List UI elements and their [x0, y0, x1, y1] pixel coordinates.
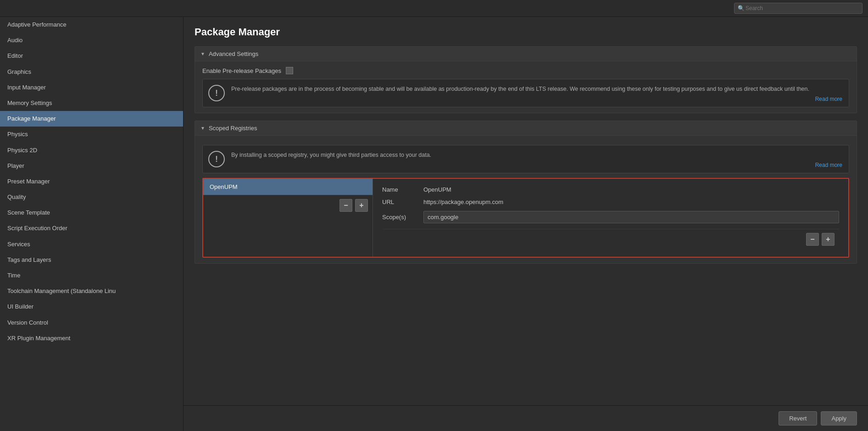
registry-list: OpenUPM − + — [203, 179, 373, 257]
prerelease-info-box: ! Pre-release packages are in the proces… — [202, 79, 849, 107]
sidebar-item-physics-2d[interactable]: Physics 2D — [0, 143, 183, 158]
sidebar-item-editor[interactable]: Editor — [0, 48, 183, 64]
search-icon: 🔍 — [738, 5, 745, 11]
registry-list-item-openupm[interactable]: OpenUPM — [203, 179, 373, 195]
registry-url-row: URL https://package.openupm.com — [382, 199, 839, 205]
prerelease-read-more-link[interactable]: Read more — [815, 96, 842, 102]
scoped-info-icon: ! — [208, 151, 225, 167]
apply-button[interactable]: Apply — [821, 411, 857, 425]
sidebar-item-adaptive-performance[interactable]: Adaptive Performance — [0, 17, 183, 33]
action-bar: Revert Apply — [184, 405, 868, 431]
sidebar: Adaptive PerformanceAudioEditorGraphicsI… — [0, 17, 184, 431]
advanced-settings-header[interactable]: ▼ Advanced Settings — [195, 47, 857, 61]
scoped-registries-title: Scoped Registries — [209, 125, 257, 132]
sidebar-item-scene-template[interactable]: Scene Template — [0, 205, 183, 221]
main-layout: Adaptive PerformanceAudioEditorGraphicsI… — [0, 17, 868, 431]
sidebar-item-toolchain-management-standalone-linu[interactable]: Toolchain Management (Standalone Linu — [0, 283, 183, 299]
registry-scopes-input[interactable] — [423, 211, 839, 223]
sidebar-item-xr-plugin-management[interactable]: XR Plugin Management — [0, 331, 183, 346]
scoped-registries-body: ! By installing a scoped registry, you m… — [195, 136, 857, 263]
sidebar-item-audio[interactable]: Audio — [0, 33, 183, 48]
registry-name-row: Name OpenUPM — [382, 186, 839, 193]
sidebar-item-tags-and-layers[interactable]: Tags and Layers — [0, 252, 183, 268]
sidebar-item-time[interactable]: Time — [0, 268, 183, 283]
sidebar-item-physics[interactable]: Physics — [0, 127, 183, 142]
content-area: Package Manager ▼ Advanced Settings Enab… — [184, 17, 868, 405]
registry-detail-toolbar: − + — [382, 229, 839, 249]
scoped-registries-info-box: ! By installing a scoped registry, you m… — [202, 145, 849, 173]
add-registry-button[interactable]: + — [355, 199, 368, 212]
registry-detail: Name OpenUPM URL https://package.openupm… — [373, 179, 848, 257]
sidebar-item-script-execution-order[interactable]: Script Execution Order — [0, 221, 183, 236]
add-scope-button[interactable]: + — [822, 233, 835, 246]
scoped-registries-section: ▼ Scoped Registries ! By installing a sc… — [195, 121, 857, 264]
sidebar-item-services[interactable]: Services — [0, 237, 183, 252]
registry-url-label: URL — [382, 199, 423, 205]
revert-button[interactable]: Revert — [779, 411, 817, 425]
sidebar-item-input-manager[interactable]: Input Manager — [0, 80, 183, 95]
enable-prerelease-label: Enable Pre-release Packages — [202, 67, 281, 74]
scoped-read-more-link[interactable]: Read more — [815, 162, 842, 168]
registry-name-label: Name — [382, 186, 423, 193]
registry-container: OpenUPM − + Name OpenUPM — [202, 178, 849, 258]
enable-prerelease-row: Enable Pre-release Packages — [202, 67, 849, 74]
advanced-settings-body: Enable Pre-release Packages ! Pre-releas… — [195, 61, 857, 113]
sidebar-item-graphics[interactable]: Graphics — [0, 64, 183, 80]
sidebar-item-memory-settings[interactable]: Memory Settings — [0, 95, 183, 111]
sidebar-item-ui-builder[interactable]: UI Builder — [0, 299, 183, 315]
search-input[interactable] — [734, 3, 862, 14]
advanced-settings-title: Advanced Settings — [209, 50, 258, 57]
chevron-down-icon: ▼ — [200, 51, 205, 56]
page-title: Package Manager — [195, 26, 857, 38]
enable-prerelease-checkbox[interactable] — [286, 67, 293, 74]
registry-scopes-row: Scope(s) — [382, 211, 839, 223]
registry-list-toolbar: − + — [203, 195, 373, 216]
chevron-down-icon-2: ▼ — [200, 126, 205, 131]
sidebar-item-quality[interactable]: Quality — [0, 189, 183, 205]
registry-name-value: OpenUPM — [423, 186, 839, 193]
info-icon: ! — [208, 85, 225, 101]
registry-scopes-label: Scope(s) — [382, 214, 423, 221]
sidebar-item-version-control[interactable]: Version Control — [0, 315, 183, 331]
sidebar-item-preset-manager[interactable]: Preset Manager — [0, 174, 183, 189]
scoped-registries-header[interactable]: ▼ Scoped Registries — [195, 121, 857, 136]
prerelease-info-text: Pre-release packages are in the process … — [231, 85, 843, 94]
scoped-registries-info-text: By installing a scoped registry, you mig… — [231, 151, 843, 160]
remove-scope-button[interactable]: − — [806, 233, 819, 246]
registry-url-value: https://package.openupm.com — [423, 199, 839, 205]
sidebar-item-package-manager[interactable]: Package Manager — [0, 111, 183, 127]
search-wrapper: 🔍 — [734, 3, 862, 14]
advanced-settings-section: ▼ Advanced Settings Enable Pre-release P… — [195, 46, 857, 113]
remove-registry-button[interactable]: − — [339, 199, 352, 212]
sidebar-item-player[interactable]: Player — [0, 158, 183, 174]
top-bar: 🔍 — [0, 0, 868, 17]
